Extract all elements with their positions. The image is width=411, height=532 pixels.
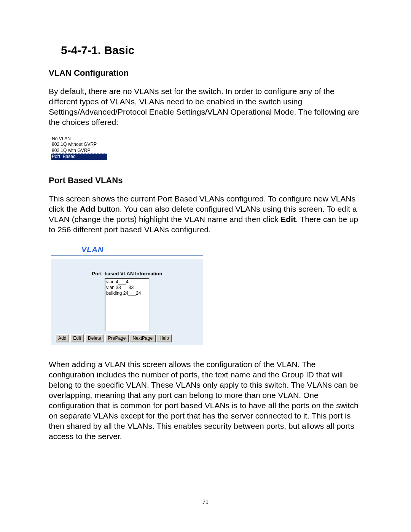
option-8021q-no-gvrp[interactable]: 802.1Q without GVRP — [51, 142, 107, 148]
vlan-mode-options: No VLAN 802.1Q without GVRP 802.1Q with … — [51, 136, 107, 160]
list-item[interactable]: building 24___24 — [106, 291, 148, 296]
panel-title: Port_based VLAN Information — [55, 271, 199, 276]
subheading-port-based: Port Based VLANs — [49, 176, 362, 185]
nextpage-button[interactable]: NextPage — [130, 334, 155, 342]
para-port-based: This screen shows the current Port Based… — [49, 194, 362, 235]
option-8021q-gvrp[interactable]: 802.1Q with GVRP — [51, 148, 107, 154]
vlan-listbox[interactable]: vlan 4___4 vlan 33___33 building 24___24 — [105, 278, 150, 331]
list-item[interactable]: vlan 4___4 — [106, 279, 148, 285]
section-title: 5-4-7-1. Basic — [61, 44, 362, 57]
help-button[interactable]: Help — [157, 334, 172, 342]
edit-button[interactable]: Edit — [70, 334, 84, 342]
para-intro: By default, there are no VLANs set for t… — [49, 86, 362, 128]
gui-title: VLAN — [81, 245, 104, 255]
prepage-button[interactable]: PrePage — [105, 334, 129, 342]
button-row: Add Edit Delete PrePage NextPage Help — [55, 334, 199, 342]
gui-panel: Port_based VLAN Information vlan 4___4 v… — [51, 259, 203, 345]
subheading-vlan-config: VLAN Configuration — [49, 68, 362, 78]
list-item[interactable]: vlan 33___33 — [106, 285, 148, 291]
para-adding-vlan: When adding a VLAN this screen allows th… — [49, 359, 362, 441]
page: 5-4-7-1. Basic VLAN Configuration By def… — [0, 0, 411, 532]
bold-edit: Edit — [280, 215, 296, 224]
option-no-vlan[interactable]: No VLAN — [51, 136, 107, 142]
bold-add: Add — [80, 204, 96, 213]
delete-button[interactable]: Delete — [85, 334, 104, 342]
option-port-based[interactable]: Port_Based — [51, 153, 107, 160]
gui-titlebar: VLAN — [51, 245, 203, 256]
page-number: 71 — [0, 498, 411, 505]
add-button[interactable]: Add — [56, 334, 69, 342]
vlan-gui-screenshot: VLAN Port_based VLAN Information vlan 4_… — [51, 245, 203, 345]
